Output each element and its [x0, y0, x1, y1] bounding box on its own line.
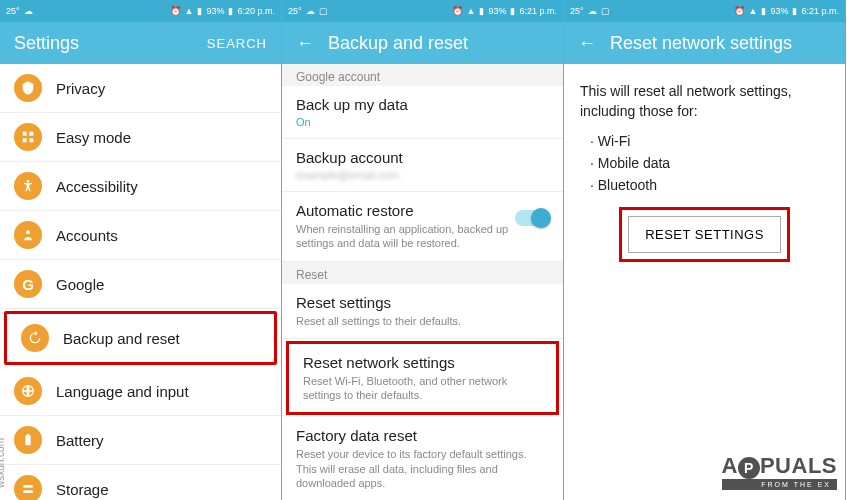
google-icon: G: [14, 270, 42, 298]
accessibility-icon: [14, 172, 42, 200]
clock-time: 6:21 p.m.: [801, 6, 839, 16]
item-backup-my-data[interactable]: Back up my data On: [282, 86, 563, 139]
back-button[interactable]: ←: [296, 33, 314, 54]
item-value-blurred: example@email.com: [296, 169, 549, 181]
settings-item-language-input[interactable]: Language and input: [0, 367, 281, 416]
clock-time: 6:21 p.m.: [519, 6, 557, 16]
screen-settings: 25° ☁ ⏰ ▲ ▮ 93% ▮ 6:20 p.m. Settings SEA…: [0, 0, 282, 500]
temp-indicator: 25°: [288, 6, 302, 16]
settings-item-battery[interactable]: Battery: [0, 416, 281, 465]
battery-icon: ▮: [510, 6, 515, 16]
weather-icon: ☁: [306, 6, 315, 16]
language-icon: [14, 377, 42, 405]
settings-item-privacy[interactable]: Privacy: [0, 64, 281, 113]
svg-point-5: [26, 230, 30, 234]
item-title: Reset settings: [296, 294, 549, 311]
reset-items-list: Wi-Fi Mobile data Bluetooth: [580, 133, 829, 193]
settings-item-label: Accounts: [56, 227, 118, 244]
temp-indicator: 25°: [6, 6, 20, 16]
brand-pre: A: [722, 453, 738, 478]
reset-item: Wi-Fi: [590, 133, 829, 149]
item-automatic-restore[interactable]: Automatic restore When reinstalling an a…: [282, 192, 563, 262]
settings-item-label: Language and input: [56, 383, 189, 400]
reset-settings-button[interactable]: RESET SETTINGS: [628, 216, 781, 253]
settings-item-storage[interactable]: Storage: [0, 465, 281, 500]
page-title: Backup and reset: [328, 33, 549, 54]
signal-icon: ▮: [761, 6, 766, 16]
brand-circle-icon: P: [738, 457, 760, 479]
svg-rect-8: [27, 434, 30, 435]
alarm-icon: ⏰: [170, 6, 181, 16]
item-backup-account[interactable]: Backup account example@email.com: [282, 139, 563, 192]
settings-item-label: Storage: [56, 481, 109, 498]
settings-item-label: Accessibility: [56, 178, 138, 195]
svg-rect-1: [29, 132, 33, 136]
header-bar: Settings SEARCH: [0, 22, 281, 64]
section-google-account: Google account: [282, 64, 563, 86]
page-title: Reset network settings: [610, 33, 831, 54]
accounts-icon: [14, 221, 42, 249]
page-title: Settings: [14, 33, 207, 54]
clock-time: 6:20 p.m.: [237, 6, 275, 16]
settings-item-label: Google: [56, 276, 104, 293]
item-value: On: [296, 116, 549, 128]
svg-rect-9: [23, 485, 32, 488]
reset-item: Bluetooth: [590, 177, 829, 193]
settings-item-google[interactable]: G Google: [0, 260, 281, 309]
weather-icon: ☁: [24, 6, 33, 16]
settings-item-backup-reset[interactable]: Backup and reset: [4, 311, 277, 365]
status-bar: 25° ☁ ▢ ⏰ ▲ ▮ 93% ▮ 6:21 p.m.: [564, 0, 845, 22]
battery-pct: 93%: [488, 6, 506, 16]
back-button[interactable]: ←: [578, 33, 596, 54]
svg-rect-2: [23, 138, 27, 142]
settings-list: Privacy Easy mode Accessibility Accounts…: [0, 64, 281, 500]
item-factory-data-reset[interactable]: Factory data reset Reset your device to …: [282, 417, 563, 500]
settings-item-label: Battery: [56, 432, 104, 449]
screen-backup-reset: 25° ☁ ▢ ⏰ ▲ ▮ 93% ▮ 6:21 p.m. ← Backup a…: [282, 0, 564, 500]
screen-reset-network: 25° ☁ ▢ ⏰ ▲ ▮ 93% ▮ 6:21 p.m. ← Reset ne…: [564, 0, 846, 500]
svg-rect-10: [23, 490, 32, 493]
privacy-icon: [14, 74, 42, 102]
settings-item-accessibility[interactable]: Accessibility: [0, 162, 281, 211]
settings-item-easy-mode[interactable]: Easy mode: [0, 113, 281, 162]
status-bar: 25° ☁ ⏰ ▲ ▮ 93% ▮ 6:20 p.m.: [0, 0, 281, 22]
brand-tagline: FROM THE EX: [722, 479, 837, 490]
auto-restore-toggle[interactable]: [515, 210, 549, 226]
alarm-icon: ⏰: [734, 6, 745, 16]
battery-icon: [14, 426, 42, 454]
header-bar: ← Reset network settings: [564, 22, 845, 64]
item-subtitle: Reset Wi-Fi, Bluetooth, and other networ…: [303, 374, 542, 403]
item-subtitle: Reset your device to its factory default…: [296, 447, 549, 490]
signal-icon: ▮: [479, 6, 484, 16]
screenshot-icon: ▢: [319, 6, 328, 16]
signal-icon: ▮: [197, 6, 202, 16]
battery-icon: ▮: [228, 6, 233, 16]
settings-item-label: Privacy: [56, 80, 105, 97]
reset-intro-text: This will reset all network settings, in…: [580, 82, 829, 121]
section-reset: Reset: [282, 262, 563, 284]
status-bar: 25° ☁ ▢ ⏰ ▲ ▮ 93% ▮ 6:21 p.m.: [282, 0, 563, 22]
item-title: Automatic restore: [296, 202, 549, 219]
easy-mode-icon: [14, 123, 42, 151]
item-subtitle: Reset all settings to their defaults.: [296, 314, 549, 328]
item-subtitle: When reinstalling an application, backed…: [296, 222, 549, 251]
search-button[interactable]: SEARCH: [207, 36, 267, 51]
item-reset-network-settings[interactable]: Reset network settings Reset Wi-Fi, Blue…: [286, 341, 559, 416]
backup-reset-list: Google account Back up my data On Backup…: [282, 64, 563, 500]
reset-button-highlight: RESET SETTINGS: [619, 207, 790, 262]
wifi-icon: ▲: [467, 6, 476, 16]
settings-item-accounts[interactable]: Accounts: [0, 211, 281, 260]
settings-item-label: Easy mode: [56, 129, 131, 146]
reset-item: Mobile data: [590, 155, 829, 171]
alarm-icon: ⏰: [452, 6, 463, 16]
item-title: Backup account: [296, 149, 549, 166]
screenshot-icon: ▢: [601, 6, 610, 16]
url-watermark: wsxdn.com: [0, 438, 6, 488]
storage-icon: [14, 475, 42, 500]
settings-item-label: Backup and reset: [63, 330, 180, 347]
battery-pct: 93%: [770, 6, 788, 16]
reset-network-content: This will reset all network settings, in…: [564, 64, 845, 280]
svg-rect-7: [25, 435, 30, 445]
item-reset-settings[interactable]: Reset settings Reset all settings to the…: [282, 284, 563, 339]
wifi-icon: ▲: [185, 6, 194, 16]
